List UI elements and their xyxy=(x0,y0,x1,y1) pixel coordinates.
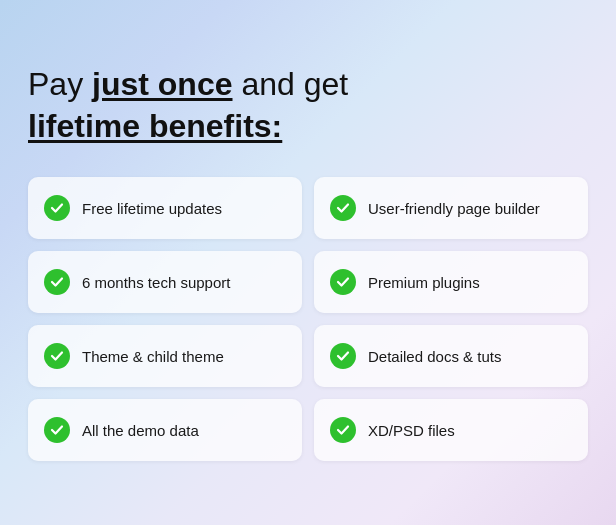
headline-suffix: and get xyxy=(233,66,349,102)
benefit-card-child-theme: Theme & child theme xyxy=(28,325,302,387)
check-icon xyxy=(44,417,70,443)
benefit-label-demo-data: All the demo data xyxy=(82,422,199,439)
benefit-card-demo-data: All the demo data xyxy=(28,399,302,461)
benefit-card-tech-support: 6 months tech support xyxy=(28,251,302,313)
benefits-grid: Free lifetime updates User-friendly page… xyxy=(28,177,588,461)
check-icon xyxy=(330,417,356,443)
check-icon xyxy=(330,343,356,369)
check-icon xyxy=(330,269,356,295)
headline-prefix: Pay xyxy=(28,66,92,102)
benefit-label-page-builder: User-friendly page builder xyxy=(368,200,540,217)
headline-emphasis: just once xyxy=(92,66,232,102)
check-icon xyxy=(330,195,356,221)
benefit-label-xd-psd: XD/PSD files xyxy=(368,422,455,439)
benefit-label-free-updates: Free lifetime updates xyxy=(82,200,222,217)
benefit-label-child-theme: Theme & child theme xyxy=(82,348,224,365)
benefit-card-free-updates: Free lifetime updates xyxy=(28,177,302,239)
main-container: Pay just once and get lifetime benefits:… xyxy=(28,44,588,481)
benefit-label-tech-support: 6 months tech support xyxy=(82,274,230,291)
check-icon xyxy=(44,195,70,221)
headline: Pay just once and get lifetime benefits: xyxy=(28,64,588,147)
benefit-card-page-builder: User-friendly page builder xyxy=(314,177,588,239)
check-icon xyxy=(44,269,70,295)
benefit-card-xd-psd: XD/PSD files xyxy=(314,399,588,461)
benefit-card-docs-tuts: Detailed docs & tuts xyxy=(314,325,588,387)
check-icon xyxy=(44,343,70,369)
benefit-label-premium-plugins: Premium plugins xyxy=(368,274,480,291)
benefit-label-docs-tuts: Detailed docs & tuts xyxy=(368,348,501,365)
headline-line2: lifetime benefits: xyxy=(28,108,282,144)
benefit-card-premium-plugins: Premium plugins xyxy=(314,251,588,313)
